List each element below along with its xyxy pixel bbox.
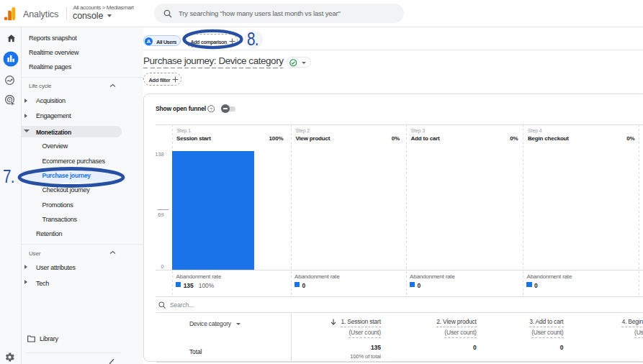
svg-text:?: ? [210,106,212,111]
